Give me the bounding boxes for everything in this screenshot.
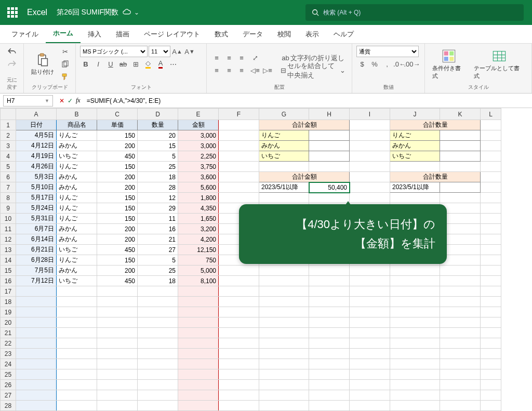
- cell[interactable]: [57, 317, 97, 328]
- fill-color-button[interactable]: ◇: [142, 58, 154, 70]
- cell[interactable]: [350, 276, 390, 286]
- cell[interactable]: [350, 120, 390, 130]
- cell[interactable]: りんご: [259, 130, 309, 141]
- cell[interactable]: りんご: [57, 130, 97, 141]
- cell[interactable]: [481, 245, 501, 255]
- row-header-3[interactable]: 3: [1, 141, 16, 151]
- cell[interactable]: [390, 401, 440, 411]
- cell[interactable]: 150: [97, 203, 138, 214]
- cell[interactable]: [390, 380, 440, 390]
- cell[interactable]: [390, 276, 440, 286]
- cell[interactable]: 200: [97, 234, 138, 245]
- row-header-18[interactable]: 18: [1, 297, 16, 307]
- cell[interactable]: [178, 401, 219, 411]
- cell[interactable]: 150: [97, 162, 138, 172]
- cell[interactable]: 5月17日: [16, 193, 57, 203]
- row-header-19[interactable]: 19: [1, 307, 16, 317]
- cell[interactable]: [97, 317, 138, 328]
- cell[interactable]: [57, 359, 97, 369]
- cell[interactable]: [138, 286, 178, 297]
- cell[interactable]: [309, 266, 350, 276]
- strikethrough-button[interactable]: ab: [117, 58, 129, 70]
- cell[interactable]: [138, 369, 178, 380]
- cell[interactable]: [350, 266, 390, 276]
- cell[interactable]: 11: [138, 214, 178, 224]
- cell[interactable]: [57, 401, 97, 411]
- cell[interactable]: [440, 317, 481, 328]
- cell[interactable]: [390, 359, 440, 369]
- row-header-24[interactable]: 24: [1, 359, 16, 369]
- column-header-B[interactable]: B: [57, 109, 97, 120]
- cell[interactable]: 商品名: [57, 120, 97, 130]
- cell[interactable]: 日付: [16, 120, 57, 130]
- redo-button[interactable]: [6, 58, 18, 70]
- cell[interactable]: 3,000: [178, 130, 219, 141]
- cell[interactable]: [97, 349, 138, 359]
- row-header-8[interactable]: 8: [1, 193, 16, 203]
- cell[interactable]: [481, 401, 501, 411]
- cell[interactable]: 4,350: [178, 203, 219, 214]
- cell[interactable]: [16, 359, 57, 369]
- cell[interactable]: [178, 359, 219, 369]
- format-as-table-button[interactable]: テーブルとして書式: [471, 47, 527, 82]
- cell[interactable]: [178, 317, 219, 328]
- cell[interactable]: 5: [138, 151, 178, 162]
- cell[interactable]: [390, 266, 440, 276]
- cell[interactable]: [97, 307, 138, 317]
- cell[interactable]: [219, 266, 259, 276]
- cell[interactable]: 6月14日: [16, 234, 57, 245]
- cell[interactable]: [16, 307, 57, 317]
- cell[interactable]: [259, 328, 309, 338]
- cell[interactable]: [350, 380, 390, 390]
- cell[interactable]: [97, 338, 138, 349]
- cell[interactable]: [259, 162, 309, 172]
- cell[interactable]: 合計数量: [390, 120, 481, 130]
- cell[interactable]: [390, 369, 440, 380]
- cell[interactable]: 4月5日: [16, 130, 57, 141]
- cell[interactable]: [309, 162, 350, 172]
- cell[interactable]: [259, 359, 309, 369]
- cell[interactable]: [309, 130, 350, 141]
- cell[interactable]: [309, 349, 350, 359]
- cell[interactable]: 3,000: [178, 141, 219, 151]
- cell[interactable]: [390, 390, 440, 401]
- decrease-decimal-button[interactable]: .00→: [406, 58, 418, 70]
- cell[interactable]: 単価: [97, 120, 138, 130]
- cell[interactable]: [481, 338, 501, 349]
- row-header-2[interactable]: 2: [1, 130, 16, 141]
- cell[interactable]: [481, 349, 501, 359]
- row-header-22[interactable]: 22: [1, 338, 16, 349]
- cell[interactable]: [259, 307, 309, 317]
- cell[interactable]: りんご: [57, 214, 97, 224]
- name-box[interactable]: H7▼: [3, 95, 53, 107]
- cell[interactable]: みかん: [57, 182, 97, 193]
- cell[interactable]: [390, 286, 440, 297]
- cell[interactable]: [481, 359, 501, 369]
- cell[interactable]: [97, 328, 138, 338]
- cell[interactable]: [97, 401, 138, 411]
- cell[interactable]: [16, 380, 57, 390]
- more-font-button[interactable]: ⋯: [167, 58, 179, 70]
- cell[interactable]: [481, 369, 501, 380]
- cell[interactable]: [178, 369, 219, 380]
- cell[interactable]: 8,100: [178, 276, 219, 286]
- cell[interactable]: 5月31日: [16, 214, 57, 224]
- cell[interactable]: [440, 380, 481, 390]
- cell[interactable]: [481, 297, 501, 307]
- cell[interactable]: [440, 286, 481, 297]
- decrease-indent-button[interactable]: ◁≡: [249, 65, 261, 76]
- format-painter-button[interactable]: [59, 71, 71, 83]
- cell[interactable]: [97, 369, 138, 380]
- cell[interactable]: [259, 338, 309, 349]
- cell[interactable]: [97, 380, 138, 390]
- cell[interactable]: [390, 193, 440, 203]
- cell[interactable]: 200: [97, 224, 138, 234]
- cut-button[interactable]: ✂: [59, 46, 71, 58]
- font-family-select[interactable]: MS Pゴシック (...: [80, 46, 148, 57]
- cell[interactable]: 15: [138, 141, 178, 151]
- border-button[interactable]: ⊞: [130, 58, 141, 70]
- cell[interactable]: [219, 193, 259, 203]
- align-right-button[interactable]: ≡: [236, 65, 247, 76]
- row-header-14[interactable]: 14: [1, 255, 16, 266]
- cell[interactable]: りんご: [57, 203, 97, 214]
